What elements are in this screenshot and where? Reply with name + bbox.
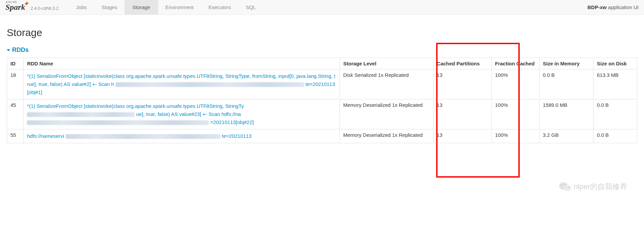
table-row: 18 *(1) SerializeFromObject [staticinvok… xyxy=(7,69,637,99)
rdd-name-text: =20210113[obj#22] xyxy=(211,119,254,125)
redacted-icon xyxy=(116,82,304,87)
navbar: APACHE Spark ✦ 2.4.0-cdh6.3.2 Jobs Stage… xyxy=(0,0,644,15)
cell-mem: 3.2 GB xyxy=(539,129,593,143)
brand[interactable]: APACHE Spark ✦ 2.4.0-cdh6.3.2 xyxy=(5,3,59,12)
spark-logo: APACHE Spark ✦ xyxy=(5,3,25,12)
rdd-link[interactable]: *(1) SerializeFromObject [staticinvoke(c… xyxy=(27,73,335,95)
tab-executors[interactable]: Executors xyxy=(201,0,238,14)
cell-id: 45 xyxy=(7,99,24,129)
caret-down-icon xyxy=(7,49,10,51)
redacted-icon xyxy=(27,112,135,117)
page-title: Storage xyxy=(7,27,637,38)
table-row: 45 *(1) SerializeFromObject [staticinvok… xyxy=(7,99,637,129)
th-cached[interactable]: Cached Partitions xyxy=(433,58,491,69)
table-header-row: ID RDD Name Storage Level Cached Partiti… xyxy=(7,58,637,69)
cell-mem: 1589.0 MB xyxy=(539,99,593,129)
redacted-icon xyxy=(27,120,209,125)
rdd-name-text: *(1) SerializeFromObject [staticinvoke(c… xyxy=(27,103,244,109)
brand-version: 2.4.0-cdh6.3.2 xyxy=(31,6,59,11)
cell-name: *(1) SerializeFromObject [staticinvoke(c… xyxy=(24,99,340,129)
rdd-link[interactable]: *(1) SerializeFromObject [staticinvoke(c… xyxy=(27,103,254,125)
tab-sql[interactable]: SQL xyxy=(238,0,263,14)
tab-jobs[interactable]: Jobs xyxy=(69,0,94,14)
app-title: BDP-xw application UI xyxy=(587,4,639,10)
spark-star-icon: ✦ xyxy=(24,0,29,7)
th-mem[interactable]: Size in Memory xyxy=(539,58,593,69)
cell-name: hdfs://nameservi te=20210113 xyxy=(24,129,340,143)
rdd-link[interactable]: hdfs://nameservi te=20210113 xyxy=(27,133,251,139)
cell-name: *(1) SerializeFromObject [staticinvoke(c… xyxy=(24,69,340,99)
content: Storage RDDs ID RDD Name Storage Level C… xyxy=(0,15,644,184)
cell-storage: Memory Deserialized 1x Replicated xyxy=(340,129,433,143)
cell-mem: 0.0 B xyxy=(539,69,593,99)
cell-cached: 13 xyxy=(433,69,491,99)
table-row: 55 hdfs://nameservi te=20210113 Memory D… xyxy=(7,129,637,143)
cell-fraction: 100% xyxy=(491,129,539,143)
cell-fraction: 100% xyxy=(491,99,539,129)
cell-cached: 13 xyxy=(433,129,491,143)
cell-storage: Disk Serialized 1x Replicated xyxy=(340,69,433,99)
cell-id: 18 xyxy=(7,69,24,99)
section-label: RDDs xyxy=(12,47,29,54)
th-storage[interactable]: Storage Level xyxy=(340,58,433,69)
rdd-name-text: te=20210113 xyxy=(222,133,252,139)
rdd-name-text: ue], true, false) AS value#23] +- Scan h… xyxy=(136,111,241,117)
cell-fraction: 100% xyxy=(491,69,539,99)
cell-storage: Memory Deserialized 1x Replicated xyxy=(340,99,433,129)
rdds-section-toggle[interactable]: RDDs xyxy=(7,47,637,54)
th-disk[interactable]: Size on Disk xyxy=(593,58,637,69)
tab-storage[interactable]: Storage xyxy=(125,0,158,14)
table-wrapper: ID RDD Name Storage Level Cached Partiti… xyxy=(7,58,637,143)
cell-disk: 0.0 B xyxy=(593,99,637,129)
th-name[interactable]: RDD Name xyxy=(24,58,340,69)
brand-apache-label: APACHE xyxy=(5,1,17,4)
app-name: BDP-xw xyxy=(587,4,607,10)
cell-cached: 13 xyxy=(433,99,491,129)
brand-name: Spark xyxy=(5,3,25,11)
tab-stages[interactable]: Stages xyxy=(94,0,125,14)
nav-tabs: Jobs Stages Storage Environment Executor… xyxy=(69,0,263,14)
th-id[interactable]: ID xyxy=(7,58,24,69)
rdd-name-text: hdfs://nameservi xyxy=(27,133,64,139)
rdd-table: ID RDD Name Storage Level Cached Partiti… xyxy=(7,58,637,143)
th-fraction[interactable]: Fraction Cached xyxy=(491,58,539,69)
tab-environment[interactable]: Environment xyxy=(158,0,201,14)
app-suffix: application UI xyxy=(608,4,639,10)
cell-disk: 0.0 B xyxy=(593,129,637,143)
cell-id: 55 xyxy=(7,129,24,143)
cell-disk: 613.3 MB xyxy=(593,69,637,99)
redacted-icon xyxy=(66,134,221,139)
